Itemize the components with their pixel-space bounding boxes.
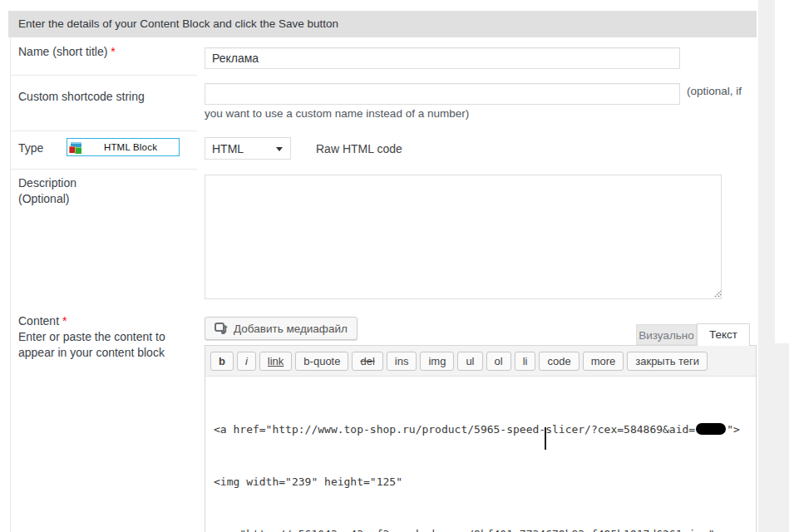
- text-cursor: [545, 427, 546, 450]
- code-editor-textarea[interactable]: <a href="http://www.top-shop.ru/product/…: [205, 377, 756, 532]
- quicktag-img-button[interactable]: img: [420, 352, 454, 371]
- blocks-icon: [69, 141, 82, 154]
- content-field-label: Content * Enter or paste the content to …: [18, 313, 165, 361]
- quicktag-li-button[interactable]: li: [515, 352, 536, 371]
- quicktag-more-button[interactable]: more: [583, 352, 624, 371]
- type-description-text: Raw HTML code: [316, 142, 402, 155]
- quicktag-ul-button[interactable]: ul: [457, 352, 482, 371]
- tab-text-editor[interactable]: Текст: [697, 323, 750, 346]
- description-label-line2: (Optional): [18, 191, 76, 207]
- content-label-line: Content *: [18, 313, 165, 329]
- name-input[interactable]: [205, 47, 680, 69]
- page-background-strip: [775, 343, 789, 532]
- quicktag-bold-button[interactable]: b: [210, 352, 234, 371]
- quicktag-bquote-button[interactable]: b-quote: [295, 352, 348, 371]
- code-line1-pre: <a href="http://www.top-shop.ru/product/…: [214, 423, 695, 436]
- row-separator: [10, 131, 197, 131]
- quicktag-link-button[interactable]: link: [259, 352, 293, 371]
- select-arrow-icon: [276, 147, 283, 151]
- quicktag-code-button[interactable]: code: [539, 352, 579, 371]
- type-chip-label: HTML Block: [82, 142, 179, 152]
- label-column-border: [10, 37, 11, 532]
- shortcode-field-label: Custom shortcode string: [18, 90, 145, 103]
- description-label-line1: Description: [18, 175, 76, 191]
- content-editor: b i link b-quote del ins img ul ol li co…: [205, 345, 757, 532]
- quicktag-del-button[interactable]: del: [352, 352, 382, 371]
- content-help-line2: appear in your content block: [18, 345, 165, 361]
- add-media-icon: [215, 323, 229, 335]
- name-label-text: Name (short title): [18, 45, 111, 58]
- description-field-label: Description (Optional): [18, 175, 76, 207]
- row-separator: [10, 169, 197, 170]
- quicktag-italic-button[interactable]: i: [237, 352, 256, 371]
- quicktag-close-tags-button[interactable]: закрыть теги: [627, 352, 708, 371]
- type-select-value: HTML: [212, 142, 244, 155]
- required-asterisk: *: [111, 45, 115, 58]
- shortcode-hint-right: (optional, if: [687, 85, 787, 97]
- add-media-button[interactable]: Добавить медиафайл: [205, 317, 358, 340]
- type-preview-image: HTML Block: [67, 138, 180, 156]
- code-line-2: <img width="239" height="125": [214, 473, 747, 490]
- description-textarea[interactable]: [205, 175, 722, 299]
- code-line-1: <a href="http://www.top-shop.ru/product/…: [214, 421, 747, 438]
- content-help-line1: Enter or paste the content to: [18, 329, 165, 345]
- shortcode-input[interactable]: [205, 83, 680, 105]
- tab-visual-editor[interactable]: Визуально: [636, 324, 697, 345]
- code-line1-post: ">: [727, 423, 740, 436]
- type-select-dropdown[interactable]: HTML: [205, 137, 291, 160]
- content-block-form-page: Enter the details of your Content Block …: [0, 0, 789, 532]
- name-field-label: Name (short title) *: [18, 45, 116, 58]
- required-asterisk: *: [62, 314, 67, 328]
- content-label-text: Content: [18, 314, 62, 328]
- code-line-3: src="http://c561043.r43.cf3.rackcdn.com/…: [214, 525, 747, 532]
- row-separator: [10, 75, 197, 76]
- quicktags-toolbar: b i link b-quote del ins img ul ol li co…: [205, 346, 756, 377]
- textarea-resize-handle[interactable]: [713, 288, 722, 298]
- shortcode-hint-wrap: you want to use a custom name instead of…: [205, 107, 469, 120]
- page-background-strip: [758, 0, 775, 532]
- add-media-label: Добавить медиафайл: [234, 323, 348, 335]
- redaction-blob: [696, 423, 726, 435]
- type-field-label: Type: [18, 141, 43, 155]
- form-title-bar: Enter the details of your Content Block …: [8, 11, 757, 37]
- quicktag-ol-button[interactable]: ol: [486, 352, 511, 371]
- quicktag-ins-button[interactable]: ins: [387, 352, 417, 371]
